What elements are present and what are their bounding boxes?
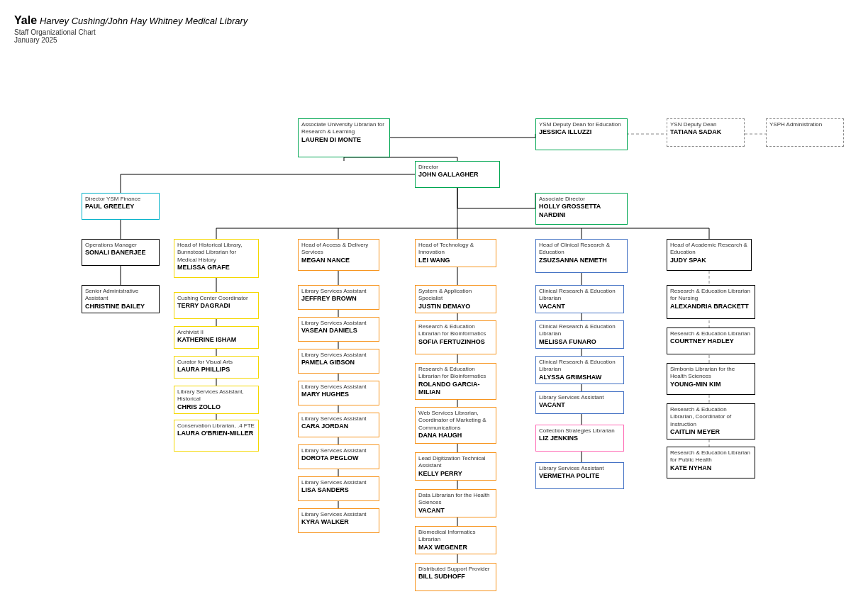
role-vacant_data: Data Librarian for the Health Sciences <box>418 492 493 507</box>
role-melissa_funaro: Clinical Research & Education Librarian <box>539 323 621 338</box>
name-lei: LEI WANG <box>418 257 493 265</box>
name-vacant_lsa: VACANT <box>539 401 621 410</box>
box-chris: Library Services Assistant, HistoricalCH… <box>174 386 259 414</box>
name-kate: KATE NYHAN <box>670 464 752 473</box>
name-melissa_funaro: MELISSA FUNARO <box>539 338 621 347</box>
box-lauren: Associate University Librarian for Resea… <box>298 118 390 157</box>
name-vasean: VASEAN DANIELS <box>301 327 376 335</box>
box-lisa: Library Services AssistantLISA SANDERS <box>298 476 379 501</box>
box-jessica: YSM Deputy Dean for EducationJESSICA ILL… <box>535 118 628 150</box>
name-terry: TERRY DAGRADI <box>177 302 255 310</box>
box-melissa_funaro: Clinical Research & Education LibrarianM… <box>535 320 624 349</box>
role-courtney: Research & Education Librarian <box>670 330 752 337</box>
header-title: Yale Harvey Cushing/John Hay Whitney Med… <box>14 14 854 27</box>
name-courtney: COURTNEY HADLEY <box>670 337 752 346</box>
role-bill: Distributed Support Provider <box>418 566 493 573</box>
name-paul: PAUL GREELEY <box>85 203 156 211</box>
name-rolando: ROLANDO GARCIA-MILIAN <box>418 381 493 397</box>
name-laura_obrien: LAURA O'BRIEN-MILLER <box>177 430 255 438</box>
role-katherine: Archivist II <box>177 329 255 336</box>
box-sofia: Research & Education Librarian for Bioin… <box>415 320 496 354</box>
name-alyssa: ALYSSA GRIMSHAW <box>539 374 621 382</box>
name-youngmin: YOUNG-MIN KIM <box>670 381 752 389</box>
name-sonali: SONALI BANERJEE <box>85 249 156 257</box>
box-max: Biomedical Informatics LibrarianMAX WEGE… <box>415 526 496 554</box>
box-bill: Distributed Support ProviderBILL SUDHOFF <box>415 563 496 591</box>
name-mary: MARY HUGHES <box>301 391 376 399</box>
name-laura_phillips: LAURA PHILLIPS <box>177 366 255 374</box>
box-dana: Web Services Librarian, Coordinator of M… <box>415 407 496 444</box>
box-judy: Head of Academic Research & EducationJUD… <box>667 239 752 271</box>
name-tatiana: TATIANA SADAK <box>670 128 741 137</box>
role-alyssa: Clinical Research & Education Librarian <box>539 359 621 374</box>
header: Yale Harvey Cushing/John Hay Whitney Med… <box>14 14 854 44</box>
role-dorota: Library Services Assistant <box>301 447 376 454</box>
name-vacant_data: VACANT <box>418 507 493 515</box>
role-laura_obrien: Conservation Librarian, .4 FTE <box>177 422 255 430</box>
name-pamela: PAMELA GIBSON <box>301 359 376 367</box>
box-kyra: Library Services AssistantKYRA WALKER <box>298 508 379 533</box>
box-justin: System & Application SpecialistJUSTIN DE… <box>415 285 496 313</box>
role-kelly: Lead Digitization Technical Assistant <box>418 455 493 470</box>
box-melissa_grafe: Head of Historical Library, Bunnstead Li… <box>174 239 259 278</box>
header-date: January 2025 <box>14 36 854 44</box>
box-tatiana: YSN Deputy DeanTATIANA SADAK <box>667 118 745 147</box>
name-megan: MEGAN NANCE <box>301 257 376 265</box>
box-alexandria: Research & Education Librarian for Nursi… <box>667 285 755 319</box>
name-zsuzsanna: ZSUZSANNA NEMETH <box>539 257 624 265</box>
role-lauren: Associate University Librarian for Resea… <box>301 121 386 136</box>
role-christine: Senior Administrative Assistant <box>85 288 156 303</box>
box-vacant_lsa: Library Services AssistantVACANT <box>535 391 624 414</box>
box-ysph: YSPH Administration <box>766 118 844 147</box>
role-terry: Cushing Center Coordinator <box>177 295 255 302</box>
box-youngmin: Simbonis Librarian for the Health Scienc… <box>667 363 755 395</box>
role-sofia: Research & Education Librarian for Bioin… <box>418 323 493 338</box>
name-vermetha: VERMETHA POLITE <box>539 472 621 481</box>
role-holly: Associate Director <box>539 196 624 203</box>
box-pamela: Library Services AssistantPAMELA GIBSON <box>298 349 379 374</box>
box-john: DirectorJOHN GALLAGHER <box>415 161 500 188</box>
role-vacant_lsa: Library Services Assistant <box>539 394 621 401</box>
name-dana: DANA HAUGH <box>418 432 493 440</box>
box-lei: Head of Technology & InnovationLEI WANG <box>415 239 496 267</box>
role-ysph: YSPH Administration <box>769 121 840 128</box>
box-caitlin: Research & Education Librarian, Coordina… <box>667 403 755 440</box>
role-rolando: Research & Education Librarian for Bioin… <box>418 366 493 381</box>
name-dorota: DOROTA PEGLOW <box>301 454 376 463</box>
box-laura_phillips: Curator for Visual ArtsLAURA PHILLIPS <box>174 356 259 379</box>
box-kate: Research & Education Librarian for Publi… <box>667 447 755 478</box>
name-melissa_grafe: MELISSA GRAFE <box>177 264 255 272</box>
box-mary: Library Services AssistantMARY HUGHES <box>298 381 379 405</box>
role-cara: Library Services Assistant <box>301 415 376 422</box>
name-john: JOHN GALLAGHER <box>418 171 496 179</box>
role-alexandria: Research & Education Librarian for Nursi… <box>670 288 752 303</box>
library-title: Harvey Cushing/John Hay Whitney Medical … <box>40 16 247 26</box>
role-liz: Collection Strategies Librarian <box>539 427 621 435</box>
role-melissa_grafe: Head of Historical Library, Bunnstead Li… <box>177 242 255 264</box>
box-kelly: Lead Digitization Technical AssistantKEL… <box>415 452 496 481</box>
box-paul: Director YSM FinancePAUL GREELEY <box>82 193 160 220</box>
name-vacant_clinical: VACANT <box>539 303 621 311</box>
role-kyra: Library Services Assistant <box>301 511 376 518</box>
name-bill: BILL SUDHOFF <box>418 573 493 581</box>
name-jeffrey: JEFFREY BROWN <box>301 295 376 303</box>
role-laura_phillips: Curator for Visual Arts <box>177 359 255 366</box>
role-pamela: Library Services Assistant <box>301 352 376 359</box>
role-dana: Web Services Librarian, Coordinator of M… <box>418 410 493 432</box>
box-terry: Cushing Center CoordinatorTERRY DAGRADI <box>174 292 259 319</box>
name-liz: LIZ JENKINS <box>539 435 621 443</box>
name-cara: CARA JORDAN <box>301 422 376 431</box>
role-caitlin: Research & Education Librarian, Coordina… <box>670 406 752 428</box>
role-youngmin: Simbonis Librarian for the Health Scienc… <box>670 366 752 381</box>
role-mary: Library Services Assistant <box>301 384 376 391</box>
box-vermetha: Library Services AssistantVERMETHA POLIT… <box>535 462 624 489</box>
box-christine: Senior Administrative AssistantCHRISTINE… <box>82 285 160 313</box>
role-justin: System & Application Specialist <box>418 288 493 303</box>
box-sonali: Operations ManagerSONALI BANERJEE <box>82 239 160 266</box>
name-judy: JUDY SPAK <box>670 257 748 265</box>
box-dorota: Library Services AssistantDOROTA PEGLOW <box>298 444 379 469</box>
role-vacant_clinical: Clinical Research & Education Librarian <box>539 288 621 303</box>
role-megan: Head of Access & Delivery Services <box>301 242 376 257</box>
name-alexandria: ALEXANDRIA BRACKETT <box>670 303 752 311</box>
role-max: Biomedical Informatics Librarian <box>418 529 493 544</box>
